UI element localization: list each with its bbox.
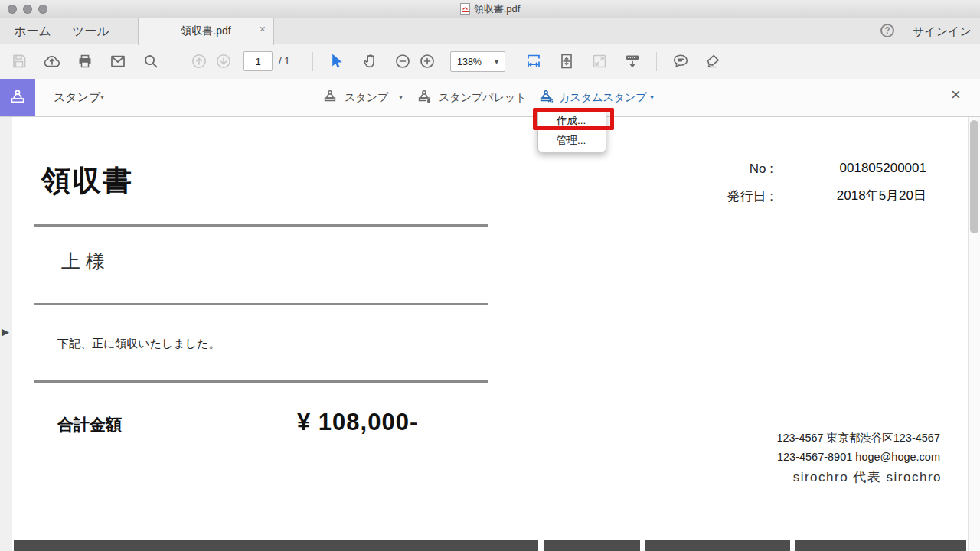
page-up-icon [190,52,208,70]
receipt-title: 領収書 [41,161,133,201]
custom-stamp-icon [537,89,554,106]
page-down-icon [214,52,233,70]
divider [34,380,488,383]
receipt-no-label: No : [750,161,773,177]
chevron-down-icon[interactable]: ▾ [100,93,104,101]
document-area: ▶ 領収書 No : 001805200001 発行日 : 2018年5月20日… [0,117,980,551]
titlebar: 領収書.pdf [0,0,980,18]
receipt-no-value: 001805200001 [840,161,926,176]
table-header-cell [795,540,966,551]
address-line-1: 123-4567 東京都渋谷区123-4567 [776,431,940,445]
print-button[interactable] [76,52,94,70]
tab-close-icon[interactable]: × [260,24,266,34]
envelope-icon [109,52,127,70]
menu-item-manage[interactable]: 管理... [538,131,606,151]
print-icon [76,52,94,70]
divider [34,303,488,305]
tab-document-label: 領収書.pdf [181,24,230,38]
recipient-name: 上 様 [61,249,105,274]
fullscreen-icon [590,52,609,70]
table-header-cell [544,540,640,551]
acrobat-window: 領収書.pdf ホーム ツール 領収書.pdf × ? サインイン [0,0,980,551]
cursor-arrow-icon [328,52,346,70]
vertical-scrollbar[interactable] [968,117,980,551]
search-button[interactable] [142,52,160,70]
close-stamp-toolbar-icon[interactable]: × [951,86,961,103]
question-icon: ? [884,25,890,36]
save-icon [10,52,28,70]
zoom-in-button[interactable] [418,52,436,70]
tab-document[interactable]: 領収書.pdf × [138,18,274,45]
nav-pane-expand-icon[interactable]: ▶ [2,326,9,337]
comment-button[interactable] [671,52,690,70]
issue-date-value: 2018年5月20日 [837,187,926,204]
plus-circle-icon [418,52,436,70]
menu-item-create[interactable]: 作成... [538,111,606,131]
help-button[interactable]: ? [880,24,894,37]
fit-page-icon [557,52,576,70]
cloud-upload-icon [43,52,61,70]
stamp-panel-label[interactable]: スタンプ [54,90,100,105]
hand-icon [361,52,379,70]
select-tool-button[interactable] [328,52,346,70]
stamp-palette-icon [416,89,433,106]
next-page-button[interactable] [214,52,233,70]
page-count-label: / 1 [279,55,289,67]
stamp-palette-button[interactable]: スタンプパレット [439,91,527,105]
toolbar-separator [175,52,175,71]
window-title-group: 領収書.pdf [0,0,980,18]
pdf-page: 領収書 No : 001805200001 発行日 : 2018年5月20日 上… [12,117,968,551]
stamp-panel-tile[interactable] [0,79,35,116]
main-toolbar: 1 / 1 138% ▾ [0,44,980,80]
scrolling-mode-button[interactable] [623,52,642,70]
chevron-down-icon: ▾ [495,57,498,66]
fullscreen-button[interactable] [590,52,609,70]
zoom-level-value: 138% [457,57,482,67]
signature-line: sirochro 代表 sirochro [793,468,942,486]
window-title: 領収書.pdf [474,2,521,16]
receipt-statement: 下記、正に領収いたしました。 [57,337,220,351]
toolbar-separator [656,52,657,71]
chevron-down-icon[interactable]: ▾ [399,93,403,101]
stamp-button[interactable]: スタンプ [345,91,388,105]
stamp-icon [8,88,28,108]
fit-width-icon [524,52,543,70]
zoom-level-select[interactable]: 138% ▾ [450,51,505,72]
fit-page-button[interactable] [557,52,576,70]
issue-date-label: 発行日 : [727,187,773,205]
tab-bar: ホーム ツール 領収書.pdf × ? サインイン [0,18,980,45]
stamp-toolbar: スタンプ ▾ スタンプ ▾ スタンプパレット [0,79,980,117]
scrollbar-thumb[interactable] [970,120,978,233]
share-button[interactable] [43,52,61,70]
chevron-down-icon[interactable]: ▾ [650,93,654,101]
search-icon [142,52,160,70]
divider [34,224,488,227]
total-amount: ¥ 108,000- [297,409,418,436]
save-button[interactable] [10,52,28,70]
fit-width-button[interactable] [524,52,543,70]
custom-stamp-button[interactable]: カスタムスタンプ [559,91,647,105]
page-number-input[interactable]: 1 [243,51,273,71]
comment-bubble-icon [671,52,690,70]
total-label: 合計金額 [57,414,122,435]
tab-home[interactable]: ホーム [14,24,51,40]
email-button[interactable] [109,52,127,70]
custom-stamp-menu: 作成... 管理... [537,109,606,152]
address-line-2: 123-4567-8901 hoge@hoge.com [777,451,940,463]
table-header-cell [14,540,538,551]
stamp-icon [322,89,338,106]
table-header-cell [645,540,790,551]
highlighter-icon [704,52,722,70]
tab-tools[interactable]: ツール [72,24,109,40]
highlight-button[interactable] [704,52,722,70]
signin-button[interactable]: サインイン [913,24,972,39]
minus-circle-icon [394,52,412,70]
zoom-out-button[interactable] [394,52,412,70]
presentation-bar-icon [623,52,642,70]
pdf-file-icon [460,3,470,15]
previous-page-button[interactable] [190,52,208,70]
toolbar-separator [312,52,313,71]
hand-tool-button[interactable] [361,52,379,70]
